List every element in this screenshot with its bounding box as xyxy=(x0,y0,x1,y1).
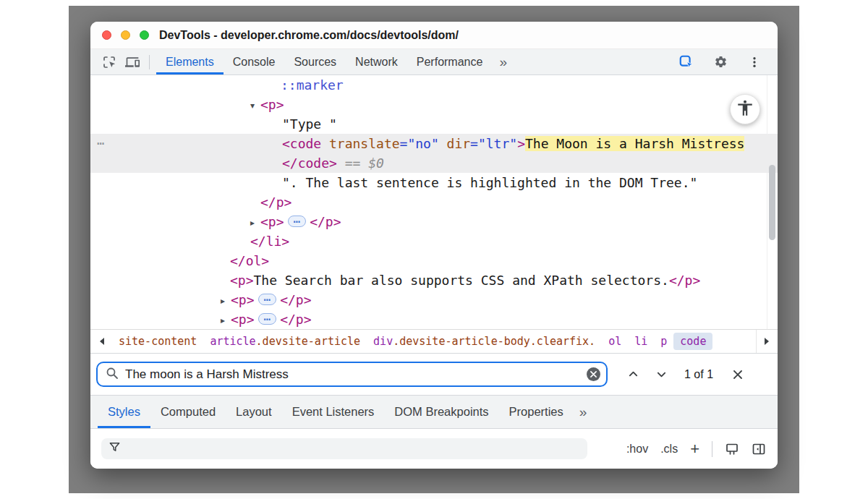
dom-token: The Search bar also supports CSS and XPa… xyxy=(254,273,669,288)
dom-token: The Moon is a Harsh Mistress xyxy=(525,136,744,151)
toolbar-right-actions xyxy=(676,49,770,74)
element-classes-button[interactable]: .cls xyxy=(660,443,678,456)
chevron-down-icon[interactable]: ▾ xyxy=(250,96,260,116)
dom-tree-line[interactable]: …<code translate="no" dir="ltr">The Moon… xyxy=(90,134,778,153)
tab-dom-breakpoints[interactable]: DOM Breakpoints xyxy=(384,396,498,428)
devtools-toolbar: Elements Console Sources Network Perform… xyxy=(90,49,778,75)
device-toolbar-icon[interactable] xyxy=(122,52,142,72)
dom-token: == $0 xyxy=(337,155,384,171)
dom-token: ="ltr" xyxy=(470,136,517,151)
chevron-right-icon[interactable]: ▸ xyxy=(250,213,260,233)
tab-elements[interactable]: Elements xyxy=(156,49,224,74)
devtools-window: DevTools - developer.chrome.com/docs/dev… xyxy=(90,22,778,469)
breadcrumb-scroll-right-icon[interactable] xyxy=(756,330,778,353)
dom-token: ="no" xyxy=(400,136,439,151)
filter-input-container xyxy=(101,438,587,459)
dom-token: </p> xyxy=(669,273,700,288)
toolbar-divider xyxy=(149,55,150,69)
more-sidebar-tabs-icon[interactable]: » xyxy=(574,396,593,428)
dom-token: </p> xyxy=(280,292,311,307)
accessibility-icon xyxy=(736,98,754,120)
traffic-lights xyxy=(102,30,149,40)
tab-sources[interactable]: Sources xyxy=(284,49,346,74)
breadcrumb-list: site-content article.devsite-article div… xyxy=(112,333,712,350)
dom-token: > xyxy=(517,136,525,151)
dom-tree-line[interactable]: </p> xyxy=(90,192,778,212)
expand-inline-button[interactable]: … xyxy=(288,216,307,227)
dom-token: <p> xyxy=(260,97,284,112)
tab-console[interactable]: Console xyxy=(224,49,285,74)
inspect-icon[interactable] xyxy=(99,52,119,72)
dom-tree-line[interactable]: ▸<p>…</p> xyxy=(90,212,778,231)
kebab-menu-icon[interactable] xyxy=(744,52,765,72)
new-style-rule-button[interactable]: + xyxy=(690,441,699,457)
dom-tree-line[interactable]: "Type " xyxy=(90,114,778,134)
tab-layout[interactable]: Layout xyxy=(226,396,282,428)
sidebar-tabs: Styles Computed Layout Event Listeners D… xyxy=(90,395,778,429)
breadcrumb-item[interactable]: article.devsite-article xyxy=(203,333,367,350)
more-tabs-icon[interactable]: » xyxy=(492,49,514,74)
dom-token: <code xyxy=(282,136,321,151)
tab-computed[interactable]: Computed xyxy=(150,396,226,428)
search-icon xyxy=(106,367,119,383)
dom-tree-line[interactable]: </ol> xyxy=(90,251,778,270)
clear-search-icon[interactable] xyxy=(587,367,600,381)
dom-tree-line[interactable]: ::marker xyxy=(90,75,778,95)
dom-token: "Type " xyxy=(282,116,337,132)
close-window-button[interactable] xyxy=(102,30,111,40)
chevron-right-icon[interactable]: ▸ xyxy=(221,291,231,311)
window-titlebar: DevTools - developer.chrome.com/docs/dev… xyxy=(90,22,778,49)
tab-performance[interactable]: Performance xyxy=(407,49,493,74)
accessibility-button[interactable] xyxy=(730,94,760,124)
dom-tree-line[interactable]: ". The last sentence is highlighted in t… xyxy=(90,173,778,192)
styles-toolbar-divider xyxy=(712,441,712,457)
row-menu-icon[interactable]: … xyxy=(97,131,105,150)
minimize-window-button[interactable] xyxy=(121,30,130,40)
dom-tree-line[interactable]: ▸<p>…</p> xyxy=(90,310,778,329)
computed-sidebar-toggle-icon[interactable] xyxy=(752,442,766,456)
vertical-scrollbar-thumb[interactable] xyxy=(769,165,775,240)
tab-network[interactable]: Network xyxy=(346,49,407,74)
breadcrumb-item[interactable]: ol xyxy=(602,333,628,350)
tab-event-listeners[interactable]: Event Listeners xyxy=(282,396,385,428)
tab-styles[interactable]: Styles xyxy=(98,396,150,428)
search-input[interactable] xyxy=(125,367,587,382)
style-filter-input[interactable] xyxy=(127,443,587,455)
search-input-container xyxy=(96,362,608,387)
settings-gear-icon[interactable] xyxy=(710,52,731,72)
dom-tree-line[interactable]: ▾<p> xyxy=(90,95,778,114)
dom-token: translate xyxy=(321,136,399,151)
dom-token: <p> xyxy=(260,214,284,229)
expand-inline-button[interactable]: … xyxy=(258,294,277,305)
previous-match-icon[interactable] xyxy=(619,369,647,380)
filter-icon xyxy=(109,441,121,456)
dom-tree-line[interactable]: </code> == $0 xyxy=(90,153,778,173)
next-match-icon[interactable] xyxy=(647,369,676,380)
styles-toolbar: :hov .cls + xyxy=(90,429,778,469)
breadcrumb: site-content article.devsite-article div… xyxy=(90,329,778,354)
dom-tree-line[interactable]: ▸<p>…</p> xyxy=(90,290,778,310)
tab-properties[interactable]: Properties xyxy=(499,396,574,428)
search-results-count: 1 of 1 xyxy=(684,368,713,381)
breadcrumb-item[interactable]: li xyxy=(628,333,654,350)
dom-token: dir xyxy=(439,136,470,151)
window-title: DevTools - developer.chrome.com/docs/dev… xyxy=(159,29,459,42)
breadcrumb-scroll-left-icon[interactable] xyxy=(90,330,112,353)
toggle-element-state-button[interactable]: :hov xyxy=(626,443,648,456)
dom-token: </li> xyxy=(250,234,289,249)
dom-token: <p> xyxy=(231,312,255,327)
breadcrumb-item-selected[interactable]: code xyxy=(673,333,712,350)
rendering-emulations-icon[interactable] xyxy=(725,442,739,456)
breadcrumb-item[interactable]: site-content xyxy=(112,333,203,350)
expand-inline-button[interactable]: … xyxy=(258,313,277,325)
breadcrumb-item[interactable]: div.devsite-article-body.clearfix. xyxy=(367,333,602,350)
dom-tree: ::marker▾<p>"Type "…<code translate="no"… xyxy=(90,75,778,329)
dom-tree-line[interactable]: </li> xyxy=(90,231,778,251)
breadcrumb-item[interactable]: p xyxy=(654,333,673,350)
dom-tree-line[interactable]: <p>The Search bar also supports CSS and … xyxy=(90,270,778,290)
cursor-square-icon[interactable] xyxy=(676,52,697,72)
close-search-icon[interactable] xyxy=(722,369,748,380)
dom-token: </code> xyxy=(282,155,337,171)
zoom-window-button[interactable] xyxy=(140,30,149,40)
chevron-right-icon[interactable]: ▸ xyxy=(221,311,231,329)
